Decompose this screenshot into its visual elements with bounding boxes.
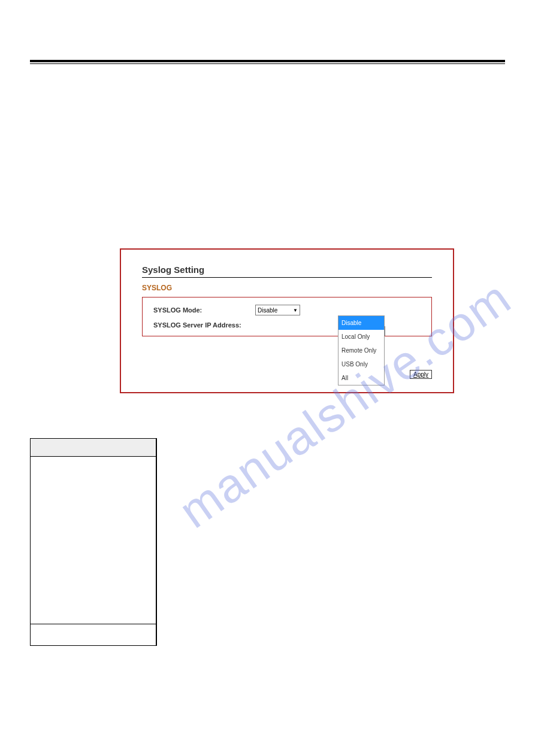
syslog-setting-panel: Syslog Setting SYSLOG SYSLOG Mode: Disab…: [120, 248, 454, 393]
table-row: [31, 624, 157, 646]
section-label: SYSLOG: [142, 284, 432, 292]
dropdown-option-disable[interactable]: Disable: [338, 316, 384, 330]
dropdown-option-remote-only[interactable]: Remote Only: [338, 344, 384, 357]
chevron-down-icon: ▼: [293, 308, 298, 313]
table-row: [31, 457, 157, 624]
dropdown-option-all[interactable]: All: [338, 371, 384, 385]
dropdown-option-usb-only[interactable]: USB Only: [338, 357, 384, 371]
server-label: SYSLOG Server IP Address:: [153, 321, 255, 329]
dropdown-option-local-only[interactable]: Local Only: [338, 330, 384, 344]
panel-title: Syslog Setting: [142, 265, 432, 278]
table-header-col1: [31, 439, 156, 457]
table-cell: [31, 457, 156, 624]
apply-button[interactable]: Apply: [410, 370, 432, 379]
table-header-col2: [156, 439, 157, 457]
mode-row: SYSLOG Mode: Disable ▼: [153, 305, 421, 315]
mode-label: SYSLOG Mode:: [153, 306, 255, 314]
table-cell: [31, 624, 156, 646]
table-cell: [156, 457, 157, 624]
page-top-rule: [30, 60, 505, 62]
table-cell: [156, 624, 157, 646]
description-table: [30, 438, 157, 646]
syslog-mode-dropdown: Disable Local Only Remote Only USB Only …: [338, 315, 385, 385]
syslog-mode-select[interactable]: Disable ▼: [255, 305, 300, 315]
form-box: SYSLOG Mode: Disable ▼ SYSLOG Server IP …: [142, 297, 432, 336]
select-value: Disable: [258, 307, 277, 314]
